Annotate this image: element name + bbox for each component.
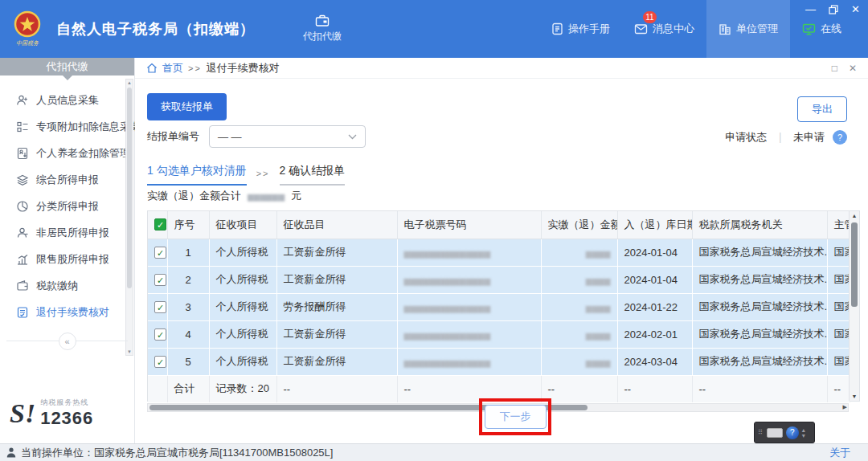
online-monitor-icon [802, 23, 816, 35]
status-label: 申请状态 [725, 130, 767, 145]
table-row[interactable]: ✓ 3 个人所得税 劳务报酬所得 ▆▆▆▆▆▆▆▆▆▆▆▆▆▆ ▆▆▆▆ 202… [148, 293, 850, 320]
home-icon[interactable] [146, 63, 158, 73]
sidebar-item-pension-deduction[interactable]: 个人养老金扣除管理 [0, 140, 125, 166]
table-row[interactable]: ✓ 4 个人所得税 工资薪金所得 ▆▆▆▆▆▆▆▆▆▆▆▆▆▆ ▆▆▆▆ 202… [148, 320, 850, 348]
hotline-label: 纳税服务热线 [40, 398, 93, 408]
scrollbar-thumb[interactable] [127, 88, 132, 288]
ime-logo-icon[interactable]: ? [786, 426, 799, 439]
report-no-select[interactable]: — — [209, 125, 366, 148]
row-checkbox[interactable]: ✓ [154, 301, 166, 313]
sidebar-item-refund-fee-check[interactable]: 退付手续费核对 [0, 299, 125, 325]
footer-record-count: 记录数：20 [209, 375, 276, 402]
restore-button[interactable] [829, 5, 838, 14]
sidebar-item-label: 税款缴纳 [36, 279, 78, 293]
step-2-tab[interactable]: 2 确认结报单 [280, 164, 346, 186]
cell-amount-redacted: ▆▆▆▆ [586, 304, 611, 312]
row-checkbox[interactable]: ✓ [154, 356, 166, 368]
table-row[interactable]: ✓ 5 个人所得税 工资薪金所得 ▆▆▆▆▆▆▆▆▆▆▆▆▆▆ ▆▆▆▆ 202… [148, 348, 850, 375]
scroll-down-icon[interactable]: ▼ [126, 349, 133, 354]
sidebar-item-tax-payment[interactable]: 税款缴纳 [0, 272, 125, 299]
sidebar-item-personnel-info[interactable]: 人员信息采集 [0, 87, 125, 113]
pension-card-icon [16, 147, 29, 160]
select-all-checkbox[interactable]: ✓ [154, 218, 166, 230]
table-row[interactable]: ✓ 1 个人所得税 工资薪金所得 ▆▆▆▆▆▆▆▆▆▆▆▆▆▆ ▆▆▆▆ 202… [148, 239, 850, 266]
sidebar-item-comprehensive-income[interactable]: 综合所得申报 [0, 166, 125, 193]
message-center-link[interactable]: 11 消息中心 [622, 0, 706, 58]
ime-toolbar[interactable]: ⠿ ? ▴▾ [754, 422, 815, 443]
cell-date: 2024-03-04 [617, 348, 692, 375]
scroll-down-icon[interactable]: ▼ [850, 394, 859, 399]
cell-no: 3 [167, 293, 209, 320]
sidebar-item-label: 非居民所得申报 [36, 226, 109, 240]
ime-expand-icon[interactable]: ▴▾ [802, 427, 805, 439]
about-link[interactable]: 关于 [829, 446, 850, 460]
ime-drag-handle[interactable]: ⠿ [758, 430, 764, 436]
cell-category: 工资薪金所得 [276, 266, 397, 293]
step-1-tab[interactable]: 1 勾选单户核对清册 [147, 164, 247, 186]
receipt-check-icon [16, 306, 29, 319]
col-header-ticket: 电子税票号码 [397, 211, 541, 239]
message-center-label: 消息中心 [653, 22, 694, 36]
layers-icon [16, 173, 29, 186]
breadcrumb-separator: >> [188, 63, 202, 73]
footer-total-label: 合计 [167, 375, 209, 402]
sidebar-item-classified-income[interactable]: 分类所得申报 [0, 193, 125, 219]
table-row[interactable]: ✓ 2 个人所得税 工资薪金所得 ▆▆▆▆▆▆▆▆▆▆▆▆▆▆ ▆▆▆▆ 202… [148, 266, 850, 293]
export-button[interactable]: 导出 [797, 96, 847, 122]
summary-amount-redacted: ▆▆▆▆▆▆ [248, 192, 285, 201]
briefcase-icon [315, 14, 330, 27]
hotline-number: 12366 [40, 408, 93, 429]
next-step-button[interactable]: 下一步 [485, 405, 547, 429]
cell-supervisor: 国家 [827, 239, 850, 266]
row-checkbox[interactable]: ✓ [154, 274, 166, 286]
manual-link[interactable]: 操作手册 [539, 0, 622, 58]
cell-amount-redacted: ▆▆▆▆ [586, 249, 611, 258]
cell-authority: 国家税务总局宣城经济技术... [692, 320, 827, 348]
report-no-value: — — [218, 131, 242, 143]
sidebar-item-special-deduction[interactable]: 专项附加扣除信息采集 [0, 113, 125, 140]
panel-maximize-icon[interactable]: □ [832, 63, 837, 74]
checklist-icon [16, 120, 29, 133]
steps: 1 勾选单户核对清册 >> 2 确认结报单 [147, 164, 345, 186]
top-header: 中国税务 自然人电子税务局（扣缴端） 代扣代缴 [0, 0, 868, 58]
sidebar-item-nonresident-income[interactable]: 非居民所得申报 [0, 219, 125, 246]
scrollbar-thumb[interactable] [851, 222, 858, 307]
sidebar-item-restricted-shares[interactable]: 限售股所得申报 [0, 246, 125, 272]
unit-management-link[interactable]: 单位管理 [706, 0, 790, 58]
cell-supervisor: 国家 [827, 348, 850, 375]
close-button[interactable]: ✕ [851, 3, 860, 16]
footer-dash: -- [827, 375, 850, 402]
sidebar-item-label: 人员信息采集 [36, 93, 99, 108]
scroll-right-icon[interactable]: ▶ [843, 404, 847, 410]
tab-daikou-daijiao[interactable]: 代扣代缴 [303, 14, 342, 43]
message-badge: 11 [643, 11, 657, 23]
manual-label: 操作手册 [568, 22, 610, 36]
cell-no: 1 [167, 239, 209, 266]
scroll-up-icon[interactable]: ▲ [126, 80, 133, 85]
cell-amount-redacted: ▆▆▆▆ [586, 358, 611, 367]
minimize-button[interactable]: — [805, 3, 816, 16]
annotation-highlight-box: 下一步 [479, 398, 551, 435]
cell-tax: 个人所得税 [209, 239, 276, 266]
chevron-down-icon [348, 134, 357, 140]
footer-dash: -- [276, 375, 397, 402]
cell-tax: 个人所得税 [209, 293, 276, 320]
person-icon [16, 226, 29, 239]
breadcrumb-home-link[interactable]: 首页 [162, 61, 183, 75]
cell-category: 工资薪金所得 [276, 348, 397, 375]
panel-close-icon[interactable]: ✕ [849, 63, 857, 74]
table-vertical-scrollbar[interactable]: ▲ ▼ [849, 211, 859, 401]
row-checkbox[interactable]: ✓ [154, 247, 166, 259]
cell-date: 2024-01-04 [617, 239, 692, 266]
help-icon[interactable]: ? [833, 130, 847, 145]
summary-unit: 元 [291, 189, 301, 203]
online-label: 在线 [821, 22, 841, 36]
sidebar-scrollbar[interactable]: ▲ ▼ [125, 79, 133, 356]
row-checkbox[interactable]: ✓ [154, 328, 166, 341]
scroll-up-icon[interactable]: ▲ [850, 213, 859, 218]
collapse-sidebar-button[interactable]: « [59, 332, 76, 350]
fetch-report-button[interactable]: 获取结报单 [147, 93, 227, 120]
col-header-authority: 税款所属税务机关 [692, 211, 827, 239]
keyboard-icon[interactable] [767, 428, 783, 438]
footer-dash: -- [692, 375, 827, 402]
